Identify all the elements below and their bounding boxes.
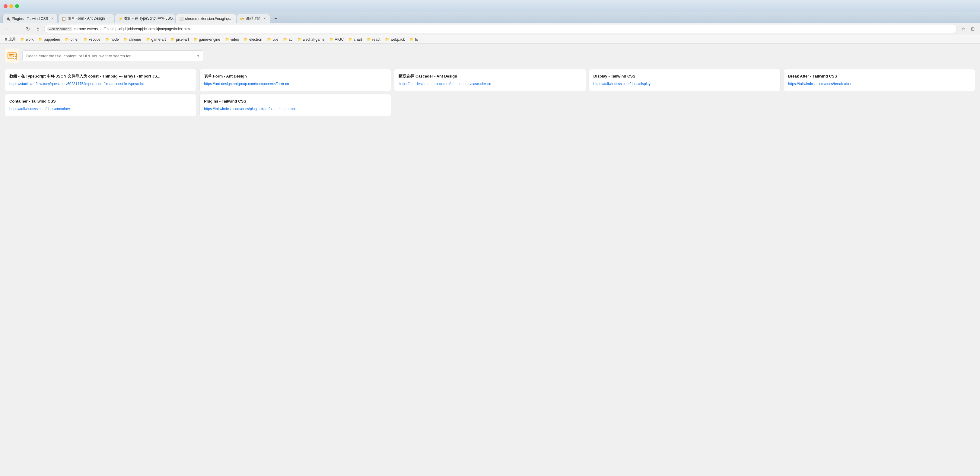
home-button[interactable]: ⌂ [34,25,42,33]
bookmark-react[interactable]: 📁 react [365,37,383,42]
bookmark-webpack[interactable]: 📁 webpack [383,37,407,42]
bookmark-chart[interactable]: 📁 chart [346,37,364,42]
folder-icon: 📁 [194,37,198,41]
bookmark-video[interactable]: 📁 video [223,37,241,42]
list-item[interactable]: Plugins - Tailwind CSS https://tailwindc… [199,94,391,116]
tab-arrays-typescript[interactable]: ⚡ 数组 - 在 TypeScript 中将 JSO... ✕ [115,14,175,23]
bookmark-label: pixel-arl [176,37,189,41]
tab-form-antdesign[interactable]: 📋 表单 Form - Ant Design ✕ [58,14,115,23]
bookmark-label: ts [415,37,418,41]
card-title: Plugins - Tailwind CSS [204,98,387,104]
tab-close-button[interactable]: ✕ [50,17,54,21]
cards-grid: 数组 - 在 TypeScript 中将 JSON 文件导入为 const - … [5,69,975,116]
tab-favicon: ⚡ [118,17,123,21]
forward-button[interactable]: → [13,25,22,33]
back-button[interactable]: ← [3,25,11,33]
bookmark-chrome[interactable]: 📁 chrome [121,37,143,42]
tab-plugins-tailwind[interactable]: 🔌 Plugins - Tailwind CSS ✕ [2,14,57,23]
tabs-bar: 🔌 Plugins - Tailwind CSS ✕ 📋 表单 Form - A… [0,12,980,23]
list-item[interactable]: 级联选择 Cascader - Ant Design https://ant-d… [394,69,585,91]
bookmark-apps[interactable]: ⊞ 应用 [2,36,18,43]
tab-favicon: 📋 [62,17,66,21]
folder-icon: 📁 [84,37,88,41]
bookmark-label: puppeteer [44,37,60,41]
list-item[interactable]: Display - Tailwind CSS https://tailwindc… [589,69,781,91]
minimize-button[interactable] [10,4,13,8]
search-input[interactable] [25,54,196,58]
bookmark-pixel-arl[interactable]: 📁 pixel-arl [169,37,191,42]
list-item[interactable]: Container - Tailwind CSS https://tailwin… [5,94,196,116]
bookmark-star-button[interactable]: ☆ [959,25,967,33]
bookmark-label: game-engine [199,37,220,41]
svg-rect-2 [9,54,14,55]
bookmark-ad[interactable]: 📁 ad [281,37,294,42]
tab-label: 商品详情 [246,16,261,21]
maximize-button[interactable] [15,4,19,8]
bookmark-vue[interactable]: 📁 vue [265,37,280,42]
reload-button[interactable]: ↻ [24,25,32,33]
address-url: chrome-extension://magihpcabphjnbhcenpjd… [74,27,954,31]
tab-favicon: 🔌 [6,17,10,21]
list-item[interactable]: 数组 - 在 TypeScript 中将 JSON 文件导入为 const - … [5,69,196,91]
tab-chrome-extension[interactable]: ⬜ chrome-extension://magihpc... ✕ [176,14,236,23]
bookmark-ts[interactable]: 📁 ts [407,37,420,42]
new-tab-button[interactable]: + [272,14,280,23]
tab-product-detail[interactable]: 🛍 商品详情 ✕ [237,14,270,23]
svg-rect-3 [9,56,13,56]
folder-icon: 📁 [283,37,287,41]
bookmark-other[interactable]: 📁 other [63,37,81,42]
bookmark-vscode[interactable]: 📁 vscode [81,37,103,42]
tab-close-button[interactable]: ✕ [262,17,267,21]
folder-icon: 📁 [38,37,43,41]
address-bar[interactable]: web document chrome-extension://magihpca… [44,25,957,33]
address-badge: web document [48,27,72,31]
folder-icon: 📁 [348,37,353,41]
list-item[interactable]: Break After - Tailwind CSS https://tailw… [784,69,975,91]
bookmark-label: AIGC [335,37,344,41]
extension-button[interactable]: ⊞ [969,25,977,33]
folder-icon: 📁 [298,37,302,41]
card-url: https://tailwindcss.com/docs/container [10,106,192,112]
bookmark-work[interactable]: 📁 work [18,37,36,42]
bookmark-aigc[interactable]: 📁 AIGC [328,37,346,42]
search-input-wrapper[interactable]: ▼ [22,50,204,61]
tab-close-button[interactable]: ✕ [235,17,236,21]
bookmark-label: wechat-game [303,37,325,41]
folder-icon: 📁 [123,37,127,41]
tab-favicon: ⬜ [179,17,183,21]
bookmark-label: chrome [129,37,141,41]
bookmark-puppeteer[interactable]: 📁 puppeteer [36,37,62,42]
bookmark-electron[interactable]: 📁 electron [242,37,264,42]
card-title: Display - Tailwind CSS [593,74,776,79]
tab-label: 表单 Form - Ant Design [68,16,105,21]
folder-icon: 📁 [385,37,389,41]
bookmark-game-art[interactable]: 📁 game-art [144,37,168,42]
card-title: 级联选择 Cascader - Ant Design [399,74,581,79]
bookmark-label: node [111,37,119,41]
bookmark-label: game-art [151,37,166,41]
bookmark-wechat-game[interactable]: 📁 wechat-game [295,37,327,42]
bookmark-label: vue [272,37,278,41]
bookmark-label: webpack [390,37,405,41]
folder-icon: 📁 [367,37,371,41]
folder-icon: 📁 [146,37,150,41]
main-content: ▼ 数组 - 在 TypeScript 中将 JSON 文件导入为 const … [0,44,980,476]
close-button[interactable] [4,4,8,8]
list-item[interactable]: 表单 Form - Ant Design https://ant-design.… [199,69,391,91]
bookmark-game-engine[interactable]: 📁 game-engine [192,37,223,42]
tab-close-button[interactable]: ✕ [107,17,111,21]
folder-icon: 📁 [65,37,69,41]
bookmark-label: react [372,37,380,41]
bookmark-node[interactable]: 📁 node [103,37,121,42]
bookmark-label: vscode [89,37,100,41]
bookmark-label: chart [354,37,362,41]
folder-icon: 📁 [267,37,271,41]
folder-icon: 📁 [244,37,248,41]
card-url: https://tailwindcss.com/docs/display [593,81,776,87]
tab-label: 数组 - 在 TypeScript 中将 JSO... [124,16,175,21]
card-title: Container - Tailwind CSS [10,98,192,104]
titlebar [0,0,980,12]
dropdown-icon[interactable]: ▼ [196,54,200,58]
search-area: ▼ [5,49,975,63]
bookmark-label: work [26,37,33,41]
